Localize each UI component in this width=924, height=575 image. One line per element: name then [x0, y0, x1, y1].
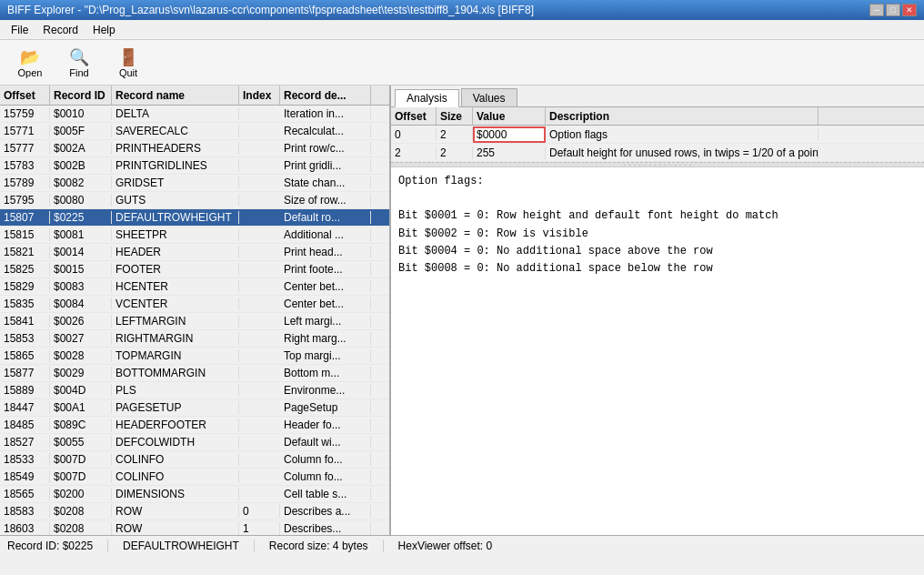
table-row[interactable]: 15789$0082GRIDSETState chan... — [0, 175, 389, 192]
open-label: Open — [18, 67, 43, 78]
window-title: BIFF Explorer - "D:\Prog_Lazarus\svn\laz… — [7, 4, 869, 16]
menu-help[interactable]: Help — [85, 22, 123, 38]
table-row[interactable]: 15783$002BPRINTGRIDLINESPrint gridli... — [0, 157, 389, 175]
open-button[interactable]: 📂 Open — [7, 44, 53, 82]
table-row[interactable]: 15889$004DPLSEnvironme... — [0, 382, 389, 399]
table-row[interactable]: 15807$0225DEFAULTROWHEIGHTDefault ro... — [0, 209, 389, 227]
toolbar: 📂 Open 🔍 Find 🚪 Quit — [0, 40, 924, 86]
table-row[interactable]: 15829$0083HCENTERCenter bet... — [0, 278, 389, 296]
record-list-panel: Offset Record ID Record name Index Recor… — [0, 86, 391, 535]
table-row[interactable]: 15759$0010DELTAIteration in... — [0, 106, 389, 123]
minimize-button[interactable]: ─ — [869, 4, 884, 16]
table-row[interactable]: 15777$002APRINTHEADERSPrint row/c... — [0, 140, 389, 157]
menu-record[interactable]: Record — [35, 22, 85, 38]
maximize-button[interactable]: □ — [886, 4, 900, 16]
menubar: File Record Help — [0, 20, 924, 40]
table-row[interactable]: 15841$0026LEFTMARGINLeft margi... — [0, 313, 389, 330]
tab-analysis[interactable]: Analysis — [395, 89, 459, 107]
ana-col-size: Size — [437, 107, 473, 125]
table-row[interactable]: 18549$007DCOLINFOColumn fo... — [0, 469, 389, 486]
main-area: Offset Record ID Record name Index Recor… — [0, 86, 924, 535]
col-index: Index — [239, 86, 280, 105]
table-row[interactable]: 15865$0028TOPMARGINTop margi... — [0, 348, 389, 365]
open-icon: 📂 — [20, 47, 40, 67]
window-controls: ─ □ ✕ — [869, 4, 917, 16]
table-row[interactable]: 18583$0208ROW0Describes a... — [0, 503, 389, 520]
description-area[interactable] — [391, 167, 924, 535]
analysis-panel: Analysis Values Offset Size Value Descri… — [391, 86, 924, 535]
tab-values[interactable]: Values — [461, 88, 517, 106]
table-row[interactable]: 18533$007DCOLINFOColumn fo... — [0, 451, 389, 469]
col-record-name: Record name — [112, 86, 239, 105]
table-row[interactable]: 15815$0081SHEETPRAdditional ... — [0, 227, 389, 244]
status-hex-offset: HexViewer offset: 0 — [398, 540, 507, 552]
status-record-name: DEFAULTROWHEIGHT — [123, 540, 255, 552]
table-row[interactable]: 15771$005FSAVERECALCRecalculat... — [0, 123, 389, 140]
table-row[interactable]: 18565$0200DIMENSIONSCell table s... — [0, 486, 389, 503]
col-record-id: Record ID — [50, 86, 112, 105]
table-row[interactable]: 15877$0029BOTTOMMARGINBottom m... — [0, 365, 389, 382]
menu-file[interactable]: File — [4, 22, 35, 38]
table-row[interactable]: 15821$0014HEADERPrint head... — [0, 244, 389, 261]
col-record-desc: Record de... — [280, 86, 371, 105]
table-row[interactable]: 15795$0080GUTSSize of row... — [0, 192, 389, 209]
quit-label: Quit — [119, 67, 137, 78]
quit-button[interactable]: 🚪 Quit — [105, 44, 151, 82]
column-headers: Offset Record ID Record name Index Recor… — [0, 86, 389, 106]
table-row[interactable]: 18603$0208ROW1Describes... — [0, 520, 389, 535]
titlebar: BIFF Explorer - "D:\Prog_Lazarus\svn\laz… — [0, 0, 924, 20]
tab-bar: Analysis Values — [391, 86, 924, 107]
analysis-column-headers: Offset Size Value Description — [391, 107, 924, 126]
ana-col-offset: Offset — [391, 107, 437, 125]
find-label: Find — [69, 67, 88, 78]
status-record-id: Record ID: $0225 — [7, 540, 108, 552]
table-row[interactable]: 15825$0015FOOTERPrint foote... — [0, 261, 389, 278]
find-icon: 🔍 — [69, 47, 89, 67]
record-list: 15759$0010DELTAIteration in...15771$005F… — [0, 106, 389, 535]
table-row[interactable]: 15835$0084VCENTERCenter bet... — [0, 296, 389, 313]
table-row[interactable]: 18447$00A1PAGESETUPPageSetup — [0, 399, 389, 417]
col-offset: Offset — [0, 86, 50, 105]
find-button[interactable]: 🔍 Find — [56, 44, 102, 82]
quit-icon: 🚪 — [118, 47, 138, 67]
table-row[interactable]: 18527$0055DEFCOLWIDTHDefault wi... — [0, 434, 389, 451]
analysis-row[interactable]: 02$0000Option flags — [391, 126, 924, 144]
table-row[interactable]: 15853$0027RIGHTMARGINRight marg... — [0, 330, 389, 348]
table-row[interactable]: 18485$089CHEADERFOOTERHeader fo... — [0, 417, 389, 434]
analysis-rows: 02$0000Option flags22255Default height f… — [391, 126, 924, 162]
statusbar: Record ID: $0225 DEFAULTROWHEIGHT Record… — [0, 535, 924, 555]
ana-col-value: Value — [473, 107, 546, 125]
close-button[interactable]: ✕ — [902, 4, 917, 16]
status-record-size: Record size: 4 bytes — [269, 540, 384, 552]
ana-col-desc: Description — [546, 107, 819, 125]
